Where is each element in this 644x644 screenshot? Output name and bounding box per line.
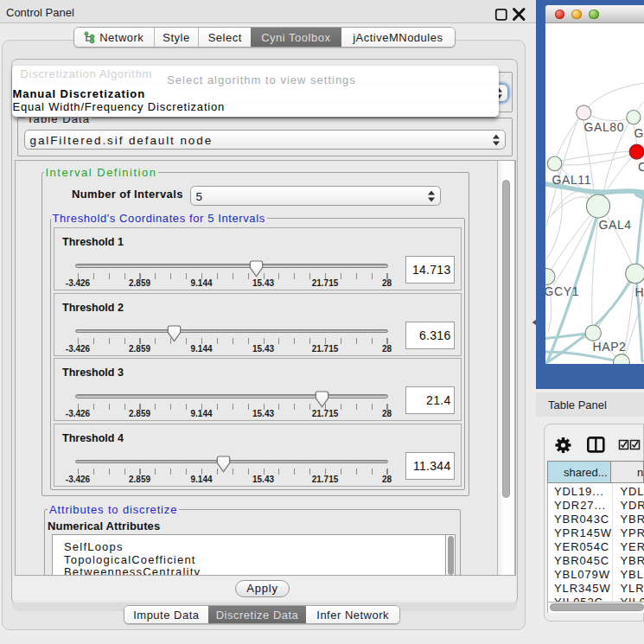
svg-text:GAL11: GAL11 <box>552 173 592 187</box>
svg-text:GCY1: GCY1 <box>545 284 579 298</box>
svg-text:C: C <box>638 160 644 174</box>
svg-text:GAL4: GAL4 <box>599 218 632 232</box>
svg-text:HAP2: HAP2 <box>593 340 627 354</box>
svg-text:H: H <box>635 285 644 299</box>
svg-text:GA: GA <box>634 126 644 140</box>
svg-text:GAL80: GAL80 <box>584 120 625 134</box>
